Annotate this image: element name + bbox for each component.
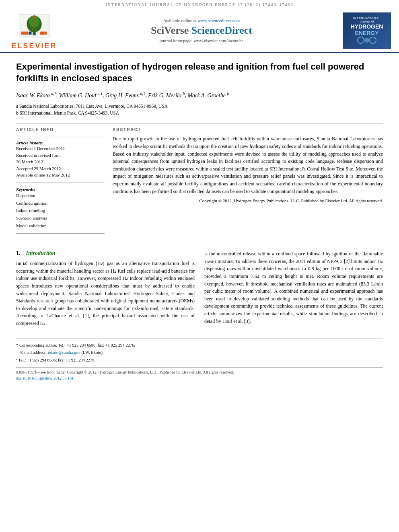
info-divider-top	[16, 136, 105, 136]
received-date-1: Received 1 December 2011	[16, 145, 105, 152]
keyword-2: Confined ignition	[16, 199, 105, 207]
article-info-abstract: ARTICLE INFO Article history: Received 1…	[16, 127, 383, 238]
keyword-3: Indoor refueling	[16, 207, 105, 214]
right-column: is the uncontrolled release within a con…	[204, 250, 383, 330]
sciencedirect-link[interactable]: www.sciencedirect.com	[197, 18, 240, 23]
journal-top-bar: INTERNATIONAL JOURNAL OF HYDROGEN ENERGY…	[0, 2, 399, 7]
history-label: Article history:	[16, 140, 43, 145]
footnote-1: ¹ Tel.: +1 925 294 6586; fax: +1 925 294…	[16, 357, 383, 364]
hydrogen-logo-icon	[355, 36, 379, 44]
section-number: 1.	[16, 250, 21, 256]
article-body: Experimental investigation of hydrogen r…	[0, 53, 399, 389]
keyword-1: Dispersion	[16, 192, 105, 199]
journal-header: INTERNATIONAL JOURNAL OF HYDROGEN ENERGY…	[0, 0, 399, 53]
issn-text: 0360-3199/$ – see front matter Copyright…	[16, 370, 234, 374]
svg-point-14	[364, 38, 369, 43]
intro-right-text: is the uncontrolled release within a con…	[204, 250, 383, 325]
header-content: ELSEVIER Available online at www.science…	[0, 9, 399, 52]
keyword-4: Scenario analysis	[16, 214, 105, 222]
article-title: Experimental investigation of hydrogen r…	[16, 61, 383, 84]
elsevier-logo: ELSEVIER	[8, 11, 60, 50]
intro-left-text: Initial commercialization of hydrogen (H…	[16, 260, 195, 327]
received-revised-label: Received in revised form	[16, 152, 105, 159]
abstract-text: Due to rapid growth in the use of hydrog…	[113, 135, 383, 195]
received-revised-date: 20 March 2012	[16, 158, 105, 165]
accepted-date: Accepted 29 March 2012	[16, 165, 105, 172]
elsevier-tree-icon	[14, 11, 54, 41]
abstract-heading: ABSTRACT	[113, 127, 383, 132]
svg-point-7	[32, 16, 36, 19]
available-online-text: Available online at www.sciencedirect.co…	[163, 18, 240, 23]
authors-line: Isaac W. Ekoto a,*, William G. Houf a,1,…	[16, 90, 383, 100]
abstract-section: ABSTRACT Due to rapid growth in the use …	[113, 127, 383, 238]
keywords-section: Keywords: Dispersion Confined ignition I…	[16, 187, 105, 229]
info-divider-bot	[16, 233, 105, 234]
doi-link[interactable]: doi:10.1016/j.ijhydene.2012.03.161	[16, 376, 74, 380]
elsevier-brand: ELSEVIER	[11, 42, 57, 50]
email-link[interactable]: iekoto@sandia.gov	[48, 350, 80, 355]
article-info-heading: ARTICLE INFO	[16, 127, 105, 132]
affiliations: a Sandia National Laboratories, 7011 Eas…	[16, 103, 383, 117]
svg-rect-5	[29, 32, 32, 35]
footnote-corresponding: * Corresponding author. Tel.: +1 925 294…	[16, 342, 383, 349]
affiliation-b: b SRI International, Menlo Park, CA 9402…	[16, 111, 119, 115]
footnote-email: E-mail address: iekoto@sandia.gov (I.W. …	[16, 349, 383, 356]
abstract-copyright: Copyright © 2012, Hydrogen Energy Public…	[113, 197, 383, 204]
affiliation-a: a Sandia National Laboratories, 7011 Eas…	[16, 104, 168, 109]
hydrogen-energy-logo: INTERNATIONAL Journal of HYDROGEN ENERGY	[343, 12, 391, 49]
bottom-bar: 0360-3199/$ – see front matter Copyright…	[16, 367, 383, 381]
available-online-date: Available online 12 May 2012	[16, 172, 105, 179]
svg-point-12	[358, 37, 364, 43]
journal-homepage: journal homepage: www.elsevier.com/locat…	[160, 38, 244, 43]
left-column: 1. Introduction Initial commercializatio…	[16, 250, 195, 330]
header-center: Available online at www.sciencedirect.co…	[60, 18, 343, 43]
svg-rect-4	[21, 32, 28, 35]
sciverse-logo: SciVerse ScienceDirect	[151, 25, 252, 37]
keyword-5: Model validation	[16, 222, 105, 230]
info-divider-mid	[16, 183, 105, 183]
svg-point-13	[370, 37, 376, 43]
section-title: Introduction	[26, 250, 56, 256]
footer-divider	[16, 339, 383, 339]
abstract-divider	[16, 246, 383, 246]
footnotes: * Corresponding author. Tel.: +1 925 294…	[16, 342, 383, 364]
svg-rect-6	[40, 32, 47, 35]
main-content: 1. Introduction Initial commercializatio…	[16, 250, 383, 330]
article-history: Article history: Received 1 December 201…	[16, 140, 105, 179]
article-info-panel: ARTICLE INFO Article history: Received 1…	[16, 127, 105, 238]
keywords-label: Keywords:	[16, 187, 35, 192]
title-divider	[16, 123, 383, 123]
section-1-heading: 1. Introduction	[16, 250, 195, 257]
